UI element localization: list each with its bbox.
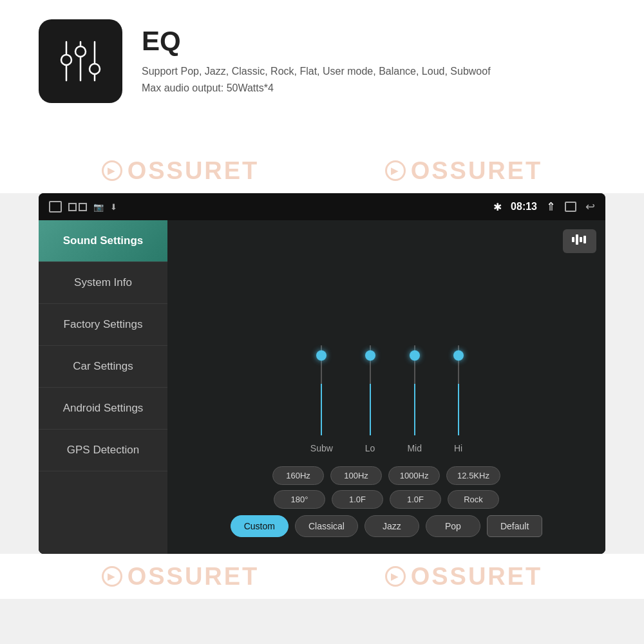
sidebar-item-sound-settings[interactable]: Sound Settings xyxy=(39,220,167,262)
sidebar-item-factory-settings[interactable]: Factory Settings xyxy=(39,304,167,346)
freq-btn-1000hz[interactable]: 1000Hz xyxy=(388,466,440,485)
app-switcher-icons[interactable] xyxy=(68,203,87,211)
eq-info: EQ Support Pop, Jazz, Classic, Rock, Fla… xyxy=(142,19,491,96)
freq-btn-160hz[interactable]: 160Hz xyxy=(272,466,324,485)
watermark-bottom-row: ▶ OSSURET ▶ OSSURET xyxy=(0,554,644,599)
signal-icon: ⇑ xyxy=(546,200,556,214)
eq-bars-icon xyxy=(572,234,587,245)
watermark-left: ▶ OSSURET xyxy=(102,157,260,185)
sidebar-item-gps-detection[interactable]: GPS Detection xyxy=(39,430,167,471)
slider-hi: Hi xyxy=(454,345,462,453)
svg-rect-8 xyxy=(580,237,582,242)
status-bar-right: ✱ 08:13 ⇑ ↩ xyxy=(493,200,595,214)
status-bar: 📷 ⬇ ✱ 08:13 ⇑ ↩ xyxy=(39,193,605,220)
freq-btn-125khz[interactable]: 12.5KHz xyxy=(446,466,500,485)
preset-btn-custom[interactable]: Custom xyxy=(231,515,289,537)
sidebar-item-android-settings[interactable]: Android Settings xyxy=(39,388,167,430)
slider-knob-subw[interactable] xyxy=(316,350,327,361)
slider-track-subw[interactable] xyxy=(321,345,322,435)
download-icon: ⬇ xyxy=(110,202,117,212)
watermark-top-row: ▶ OSSURET ▶ OSSURET xyxy=(0,148,644,193)
screenshot-icon: 📷 xyxy=(93,202,104,212)
watermark-play-icon-left: ▶ xyxy=(102,160,122,181)
slider-subw: Subw xyxy=(310,345,333,453)
slider-line-hi xyxy=(458,384,459,435)
watermark-play-icon-bottom-right: ▶ xyxy=(385,566,406,587)
svg-rect-6 xyxy=(572,237,574,242)
right-panel: Subw Lo Mid xyxy=(167,220,605,554)
slider-lo: Lo xyxy=(365,345,375,453)
status-bar-left: 📷 ⬇ xyxy=(49,201,117,213)
svg-point-1 xyxy=(61,55,71,65)
eq-icon-box xyxy=(39,19,122,103)
bluetooth-icon: ✱ xyxy=(493,201,502,213)
preset-btn-pop[interactable]: Pop xyxy=(426,515,480,537)
sidebar-item-system-info[interactable]: System Info xyxy=(39,262,167,304)
sliders-area: Subw Lo Mid xyxy=(180,243,592,460)
param-btn-rock[interactable]: Rock xyxy=(448,490,499,509)
svg-point-3 xyxy=(75,46,86,57)
eq-toggle-button[interactable] xyxy=(563,229,596,253)
back-icon[interactable]: ↩ xyxy=(585,200,595,214)
param-btn-1f-2[interactable]: 1.0F xyxy=(390,490,441,509)
watermark-play-icon-bottom-left: ▶ xyxy=(102,566,122,587)
slider-label-mid: Mid xyxy=(407,443,422,453)
slider-label-subw: Subw xyxy=(310,443,333,453)
device-frame: 📷 ⬇ ✱ 08:13 ⇑ ↩ Sound Settings System In… xyxy=(39,193,605,554)
slider-label-lo: Lo xyxy=(365,443,375,453)
main-content: Sound Settings System Info Factory Setti… xyxy=(39,220,605,554)
slider-knob-hi[interactable] xyxy=(453,350,464,361)
param-btn-180[interactable]: 180° xyxy=(274,490,325,509)
freq-btn-100hz[interactable]: 100Hz xyxy=(330,466,382,485)
svg-point-5 xyxy=(90,64,100,74)
eq-icon xyxy=(55,35,106,87)
slider-line-lo xyxy=(370,384,371,435)
slider-line-subw xyxy=(321,384,322,435)
slider-label-hi: Hi xyxy=(454,443,462,453)
watermark-bottom-right: ▶ OSSURET xyxy=(385,563,543,591)
preset-btn-jazz[interactable]: Jazz xyxy=(365,515,419,537)
svg-rect-9 xyxy=(583,236,586,243)
slider-track-mid[interactable] xyxy=(414,345,415,435)
slider-track-lo[interactable] xyxy=(370,345,371,435)
eq-desc-line1: Support Pop, Jazz, Classic, Rock, Flat, … xyxy=(142,63,491,80)
slider-knob-mid[interactable] xyxy=(410,350,420,361)
param-row: 180° 1.0F 1.0F Rock xyxy=(180,490,592,509)
slider-mid: Mid xyxy=(407,345,422,453)
window-icon[interactable] xyxy=(565,202,576,212)
preset-btn-classical[interactable]: Classical xyxy=(295,515,358,537)
frequency-row: 160Hz 100Hz 1000Hz 12.5KHz xyxy=(180,466,592,485)
home-icon[interactable] xyxy=(49,201,62,213)
sidebar: Sound Settings System Info Factory Setti… xyxy=(39,220,167,554)
param-btn-1f-1[interactable]: 1.0F xyxy=(332,490,383,509)
sidebar-item-car-settings[interactable]: Car Settings xyxy=(39,346,167,388)
top-info-section: EQ Support Pop, Jazz, Classic, Rock, Fla… xyxy=(0,0,644,148)
svg-rect-7 xyxy=(576,234,578,245)
watermark-play-icon-right: ▶ xyxy=(385,160,406,181)
eq-desc: Support Pop, Jazz, Classic, Rock, Flat, … xyxy=(142,63,491,96)
slider-knob-lo[interactable] xyxy=(365,350,375,361)
watermark-right: ▶ OSSURET xyxy=(385,157,543,185)
preset-row: Custom Classical Jazz Pop Default xyxy=(180,515,592,537)
watermark-bottom-left: ▶ OSSURET xyxy=(102,563,260,591)
eq-desc-line2: Max audio output: 50Watts*4 xyxy=(142,80,491,97)
eq-title: EQ xyxy=(142,26,491,57)
slider-track-hi[interactable] xyxy=(458,345,459,435)
slider-line-mid xyxy=(414,384,415,435)
default-button[interactable]: Default xyxy=(487,515,542,537)
status-time: 08:13 xyxy=(511,201,537,213)
